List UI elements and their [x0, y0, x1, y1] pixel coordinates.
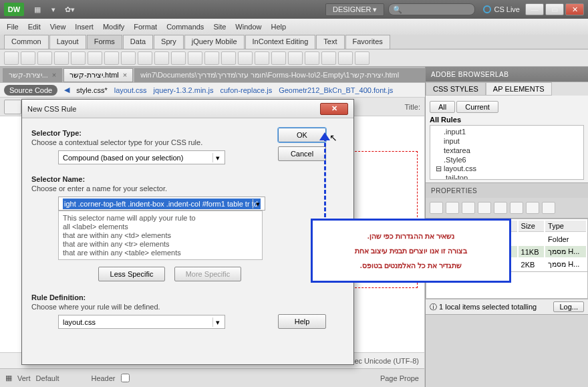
filefield-icon[interactable] [188, 51, 202, 65]
radio-icon[interactable] [104, 51, 119, 65]
rule-item[interactable]: textarea [433, 146, 581, 155]
textarea-icon[interactable] [54, 51, 69, 65]
tag-selector[interactable]: ▦ [5, 374, 12, 382]
radiogroup-icon[interactable] [121, 51, 136, 65]
close-button[interactable]: ✕ [565, 3, 584, 15]
doc-tab-1[interactable]: יצירת-קשר.html× [63, 68, 133, 82]
minimize-button[interactable]: — [525, 3, 544, 15]
extend-icon[interactable]: ✿▾ [61, 3, 78, 16]
close-icon[interactable]: × [52, 71, 56, 79]
tab-spry[interactable]: Spry [154, 35, 184, 49]
menu-view[interactable]: View [50, 23, 66, 31]
less-specific-button[interactable]: Less Specific [98, 267, 165, 281]
related-file[interactable]: cufon-replace.js [220, 86, 272, 94]
tab-text[interactable]: Text [316, 35, 344, 49]
rule-definition-combo[interactable]: layout.css ▾ [58, 315, 225, 329]
css-styles-tab[interactable]: CSS STYLES [426, 82, 486, 96]
tab-data[interactable]: Data [123, 35, 153, 49]
prop-icon[interactable] [494, 202, 507, 214]
menu-file[interactable]: File [7, 23, 19, 31]
all-button[interactable]: All [430, 101, 455, 113]
prop-icon[interactable] [526, 202, 539, 214]
selector-name-input[interactable] [63, 199, 261, 209]
tab-common[interactable]: Common [4, 35, 49, 49]
select-icon[interactable] [138, 51, 152, 65]
rule-group[interactable]: ⊟ layout.css [433, 164, 581, 173]
spry-confirm-icon[interactable] [338, 51, 353, 65]
menu-insert[interactable]: Insert [75, 23, 94, 31]
cancel-button[interactable]: Cancel [278, 146, 326, 161]
dropdown-icon[interactable]: ▾ [45, 3, 61, 16]
dialog-close-button[interactable]: ✕ [320, 103, 348, 115]
prop-icon[interactable] [542, 202, 555, 214]
menu-help[interactable]: Help [271, 23, 286, 31]
cs-live-button[interactable]: CS Live [483, 5, 520, 13]
tab-favorites[interactable]: Favorites [345, 35, 390, 49]
ap-elements-tab[interactable]: AP ELEMENTS [486, 82, 552, 96]
page-properties-button[interactable]: Page Prope [380, 374, 419, 382]
log-button[interactable]: Log... [553, 301, 584, 312]
menu-commands[interactable]: Commands [166, 23, 204, 31]
spry-checkbox-icon[interactable] [288, 51, 303, 65]
tab-incontext[interactable]: InContext Editing [245, 35, 316, 49]
tab-layout[interactable]: Layout [49, 35, 86, 49]
source-code-button[interactable]: Source Code [4, 85, 57, 96]
spry-password-icon[interactable] [321, 51, 336, 65]
rule-item[interactable]: .Style6 [433, 155, 581, 164]
spry-radio-icon[interactable] [355, 51, 370, 65]
menu-modify[interactable]: Modify [103, 23, 124, 31]
more-specific-button[interactable]: More Specific [174, 267, 241, 281]
form-icon[interactable] [4, 51, 19, 65]
doc-tab-0[interactable]: יצירת-קשר...× [3, 68, 62, 82]
related-file[interactable]: style.css* [76, 86, 107, 94]
col-type[interactable]: Type [545, 221, 586, 232]
spry-text-icon[interactable] [255, 51, 269, 65]
label-icon[interactable] [221, 51, 236, 65]
code-view-button[interactable] [4, 100, 21, 114]
layout-icon[interactable]: ▦ [29, 3, 45, 16]
fieldset-icon[interactable] [238, 51, 253, 65]
spry-select-icon[interactable] [305, 51, 319, 65]
tab-forms[interactable]: Forms [87, 35, 122, 49]
search-input[interactable]: 🔍 [388, 3, 475, 15]
rule-item[interactable]: .input1 [433, 127, 581, 136]
related-file[interactable]: layout.css [114, 86, 147, 94]
menu-edit[interactable]: Edit [28, 23, 41, 31]
menu-window[interactable]: Window [235, 23, 261, 31]
maximize-button[interactable]: ▭ [545, 3, 564, 15]
chevron-left-icon[interactable]: ◀ [64, 86, 69, 94]
col-size[interactable]: Size [519, 221, 545, 232]
button-icon[interactable] [204, 51, 219, 65]
properties-panel-header[interactable]: Properties [426, 183, 588, 198]
css-rules-tree[interactable]: .input1 input textarea .Style6 ⊟ layout.… [430, 125, 584, 180]
related-file[interactable]: Geometr212_BkCn_BT_400.font.js [279, 86, 393, 94]
selector-name-combo[interactable]: ▾ [58, 197, 265, 211]
prop-icon[interactable] [430, 202, 443, 214]
spry-textarea-icon[interactable] [271, 51, 286, 65]
menu-format[interactable]: Format [134, 23, 157, 31]
related-file[interactable]: jquery-1.3.2.min.js [154, 86, 214, 94]
prop-icon[interactable] [478, 202, 491, 214]
help-button[interactable]: Help [278, 314, 326, 329]
rule-item[interactable]: input [433, 136, 581, 146]
imagefield-icon[interactable] [171, 51, 186, 65]
prop-icon[interactable] [510, 202, 523, 214]
prop-icon[interactable] [446, 202, 459, 214]
workspace-switcher[interactable]: DESIGNER ▾ [325, 3, 385, 16]
tab-jquery[interactable]: jQuery Mobile [184, 35, 245, 49]
header-checkbox[interactable] [121, 374, 130, 382]
hidden-icon[interactable] [37, 51, 52, 65]
selector-type-combo[interactable]: Compound (based on your selection) ▾ [58, 150, 225, 164]
close-icon[interactable]: × [123, 71, 127, 79]
prop-icon[interactable] [462, 202, 475, 214]
menu-site[interactable]: Site [213, 23, 226, 31]
jumpmenu-icon[interactable] [154, 51, 169, 65]
rule-item[interactable]: .tail-top [433, 173, 581, 180]
dialog-titlebar[interactable]: New CSS Rule ✕ [22, 100, 353, 118]
default-value[interactable]: Default [36, 374, 59, 382]
checkbox-icon[interactable] [71, 51, 86, 65]
textfield-icon[interactable] [21, 51, 35, 65]
current-button[interactable]: Current [456, 101, 498, 113]
browserlab-panel-header[interactable]: ADOBE BROWSERLAB [426, 67, 588, 82]
checkboxgroup-icon[interactable] [88, 51, 102, 65]
